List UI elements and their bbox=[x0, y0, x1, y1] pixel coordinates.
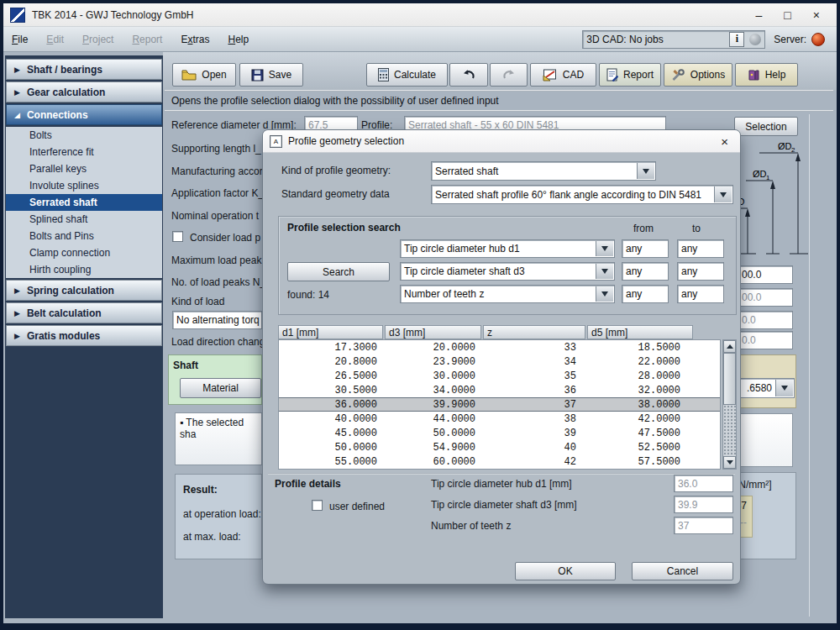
dialog-close-icon[interactable]: × bbox=[716, 134, 733, 149]
criterion-2-from-input[interactable]: any bbox=[622, 262, 669, 281]
shaft-note: ▪ The selected sha bbox=[175, 412, 262, 465]
table-row[interactable]: 55.000060.00004257.5000 bbox=[279, 454, 720, 469]
sidebar-item-bolts[interactable]: Bolts bbox=[6, 127, 162, 144]
options-button[interactable]: Options bbox=[664, 63, 732, 87]
criterion-2-combo[interactable]: Tip circle diameter shaft d3 bbox=[400, 262, 615, 281]
search-group-title: Profile selection search bbox=[287, 222, 401, 234]
sidebar-item-parallel-keys[interactable]: Parallel keys bbox=[6, 160, 162, 177]
scroll-down-icon[interactable] bbox=[723, 456, 736, 469]
open-button[interactable]: Open bbox=[172, 63, 236, 87]
result-max-load-label: at max. load: bbox=[183, 531, 241, 543]
chevron-down-icon[interactable] bbox=[714, 186, 732, 202]
sidebar-section-shaft-bearings[interactable]: ▶Shaft / bearings bbox=[6, 59, 162, 80]
chevron-down-icon[interactable] bbox=[596, 286, 613, 302]
sidebar-section-gratis-modules[interactable]: ▶Gratis modules bbox=[6, 325, 162, 346]
open-folder-icon bbox=[181, 69, 197, 81]
save-button[interactable]: Save bbox=[239, 63, 303, 87]
close-button[interactable]: × bbox=[813, 8, 820, 22]
table-row[interactable]: 40.000044.00003842.0000 bbox=[279, 412, 720, 426]
table-row[interactable]: 26.500030.00003528.0000 bbox=[279, 369, 720, 383]
consider-load-checkbox[interactable] bbox=[172, 231, 183, 242]
detail-d1-field[interactable]: 36.0 bbox=[674, 475, 733, 492]
sidebar-section-gear-calculation[interactable]: ▶Gear calculation bbox=[6, 81, 162, 102]
minimize-button[interactable]: – bbox=[756, 8, 763, 22]
kind-of-profile-combo[interactable]: Serrated shaft bbox=[431, 161, 656, 181]
scrollbar-track[interactable] bbox=[723, 405, 736, 456]
standard-geometry-combo[interactable]: Serrated shaft profile 60° flank angle a… bbox=[431, 185, 733, 204]
chevron-down-icon[interactable] bbox=[596, 241, 613, 256]
sidebar-item-hirth-coupling[interactable]: Hirth coupling bbox=[6, 261, 162, 278]
report-button[interactable]: Report bbox=[599, 63, 661, 87]
detail-z-field[interactable]: 37 bbox=[674, 517, 733, 534]
table-cell: 23.9000 bbox=[384, 356, 482, 368]
criterion-3-to-input[interactable]: any bbox=[677, 285, 724, 303]
maximum-load-label: Maximum load peak bbox=[171, 255, 261, 266]
sidebar-item-interference-fit[interactable]: Interference fit bbox=[6, 144, 162, 160]
maximize-button[interactable]: □ bbox=[784, 8, 790, 22]
help-button[interactable]: Help bbox=[735, 63, 798, 87]
criterion-1-combo[interactable]: Tip circle diameter hub d1 bbox=[400, 239, 615, 258]
criterion-3-combo[interactable]: Number of teeth z bbox=[400, 285, 615, 303]
manufacturing-label: Manufacturing accor bbox=[171, 165, 263, 177]
material-button[interactable]: Material bbox=[180, 378, 261, 398]
window-title: TBK 2014 - GWJ Technology GmbH bbox=[32, 9, 194, 21]
ok-button[interactable]: OK bbox=[515, 562, 616, 580]
column-header-d5[interactable]: d5 [mm] bbox=[587, 325, 693, 339]
column-header-z[interactable]: z bbox=[483, 325, 585, 339]
sidebar-section-belt-calculation[interactable]: ▶Belt calculation bbox=[6, 302, 162, 323]
detail-d3-field[interactable]: 39.9 bbox=[674, 496, 733, 513]
sidebar-section-spring-calculation[interactable]: ▶Spring calculation bbox=[6, 280, 162, 301]
titlebar: TBK 2014 - GWJ Technology GmbH – □ × bbox=[3, 3, 837, 27]
selection-button[interactable]: Selection bbox=[734, 117, 798, 136]
dialog-title: Profile geometry selection bbox=[288, 135, 404, 147]
table-cell: 20.0000 bbox=[384, 342, 482, 354]
redo-button[interactable] bbox=[490, 63, 528, 87]
chevron-down-icon[interactable] bbox=[775, 380, 793, 396]
sidebar-item-splined-shaft[interactable]: Splined shaft bbox=[6, 211, 162, 228]
criterion-3-from-input[interactable]: any bbox=[622, 285, 669, 303]
kind-of-load-select[interactable]: No alternating torq bbox=[172, 311, 262, 329]
cancel-button[interactable]: Cancel bbox=[632, 562, 733, 580]
chevron-down-icon[interactable] bbox=[637, 163, 654, 179]
menubar: File Edit Project Report Extras Help 3D … bbox=[3, 27, 837, 52]
info-button[interactable]: i bbox=[729, 32, 744, 47]
menu-extras[interactable]: Extras bbox=[181, 34, 209, 45]
table-cell: 32.0000 bbox=[586, 385, 694, 396]
table-cell: 34 bbox=[482, 356, 586, 368]
table-row[interactable]: 50.000054.90004052.5000 bbox=[279, 440, 720, 454]
sidebar-section-connections[interactable]: ◢Connections bbox=[6, 104, 162, 125]
cad-button[interactable]: CAD bbox=[530, 63, 596, 87]
column-header-d3[interactable]: d3 [mm] bbox=[385, 325, 481, 339]
menu-help[interactable]: Help bbox=[228, 34, 249, 45]
user-defined-checkbox[interactable] bbox=[312, 500, 323, 511]
chevron-down-icon[interactable] bbox=[596, 264, 613, 279]
separator bbox=[165, 110, 833, 112]
table-row[interactable]: 45.000050.00003947.5000 bbox=[279, 426, 720, 440]
table-row[interactable]: 20.800023.90003422.0000 bbox=[279, 354, 720, 369]
menu-file[interactable]: File bbox=[12, 34, 28, 45]
scrollbar-thumb[interactable] bbox=[723, 353, 736, 405]
table-row[interactable]: 30.500034.00003632.0000 bbox=[279, 383, 720, 397]
column-header-d1[interactable]: d1 [mm] bbox=[278, 325, 383, 339]
table-cell: 17.3000 bbox=[279, 342, 384, 354]
calculator-icon bbox=[378, 68, 389, 81]
table-scrollbar[interactable] bbox=[722, 339, 737, 470]
sidebar-item-bolts-and-pins[interactable]: Bolts and Pins bbox=[6, 228, 162, 244]
sidebar-item-involute-splines[interactable]: Involute splines bbox=[6, 177, 162, 194]
scroll-up-icon[interactable] bbox=[723, 340, 736, 353]
table-row[interactable]: 36.000039.90003738.0000 bbox=[279, 397, 720, 412]
menu-report[interactable]: Report bbox=[132, 34, 162, 45]
criterion-2-to-input[interactable]: any bbox=[677, 262, 724, 281]
table-row[interactable]: 17.300020.00003318.5000 bbox=[279, 340, 720, 354]
sidebar-item-serrated-shaft[interactable]: Serrated shaft bbox=[6, 194, 162, 211]
criterion-1-from-input[interactable]: any bbox=[622, 239, 669, 258]
profile-selection-search-group: Profile selection search from to Tip cir… bbox=[278, 216, 737, 315]
undo-button[interactable] bbox=[449, 63, 488, 87]
sidebar-item-clamp-connection[interactable]: Clamp connection bbox=[6, 244, 162, 261]
table-cell: 33 bbox=[482, 342, 586, 354]
menu-project[interactable]: Project bbox=[82, 34, 113, 45]
criterion-1-to-input[interactable]: any bbox=[677, 239, 724, 258]
search-button[interactable]: Search bbox=[287, 262, 390, 281]
calculate-button[interactable]: Calculate bbox=[366, 63, 448, 87]
menu-edit[interactable]: Edit bbox=[46, 34, 64, 45]
